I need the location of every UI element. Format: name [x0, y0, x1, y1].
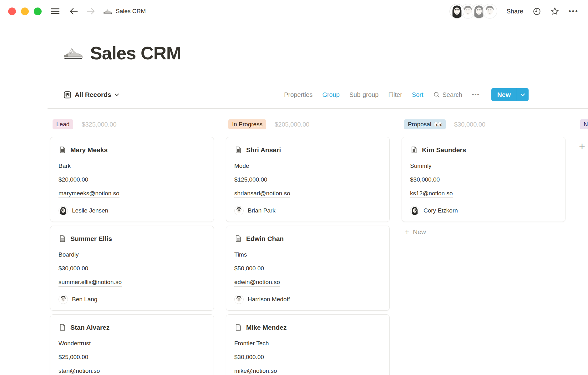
- window-titlebar: Sales CRM Share •: [0, 0, 588, 22]
- page-doc-icon: [58, 235, 66, 242]
- company-value: Frontier Tech: [234, 340, 381, 347]
- toolbar-item-group[interactable]: Group: [322, 91, 340, 98]
- card-name: Mary Meeks: [70, 146, 108, 154]
- record-card[interactable]: Stan Alvarez Wondertrust $25,000.00 stan…: [50, 314, 214, 375]
- toolbar-item-sort[interactable]: Sort: [412, 91, 423, 98]
- page-doc-icon: [234, 323, 242, 331]
- view-switcher[interactable]: All Records: [63, 91, 119, 99]
- column-header: In Progress $205,000.00: [226, 118, 390, 130]
- close-window-button[interactable]: [8, 8, 16, 15]
- collaborator-avatars[interactable]: [449, 4, 497, 19]
- email-link[interactable]: edwin@notion.so: [234, 278, 280, 287]
- owner-avatar: [410, 206, 419, 215]
- card-name: Mike Mendez: [246, 324, 287, 331]
- add-card-button[interactable]: + New: [405, 228, 565, 236]
- amount-value: $30,000.00: [58, 265, 205, 272]
- page-icon-sneaker[interactable]: [63, 46, 83, 60]
- sidebar-menu-icon[interactable]: [51, 8, 60, 15]
- column-total: $325,000.00: [82, 121, 116, 128]
- email-link[interactable]: shriansari@notion.so: [234, 190, 290, 198]
- page-doc-icon: [58, 146, 66, 154]
- owner-name: Leslie Jensen: [72, 207, 108, 214]
- email-link[interactable]: ks12@notion.so: [410, 190, 453, 198]
- card-name: Summer Ellis: [70, 235, 112, 242]
- status-label: Proposal: [408, 121, 431, 128]
- collaborator-avatar: [482, 4, 497, 19]
- status-badge: In Progress: [228, 119, 266, 129]
- column-total: $30,000.00: [454, 121, 485, 128]
- favorite-star-icon[interactable]: [550, 7, 559, 16]
- search-icon: [433, 91, 440, 98]
- board-column-partial: N: [577, 118, 588, 375]
- email-link[interactable]: marymeeks@notion.so: [58, 190, 119, 198]
- page-title[interactable]: Sales CRM: [90, 42, 181, 63]
- amount-value: $20,000.00: [58, 176, 205, 183]
- page-doc-icon: [58, 323, 66, 331]
- toolbar-item-subgroup[interactable]: Sub-group: [349, 91, 378, 98]
- zoom-window-button[interactable]: [34, 8, 42, 15]
- search-label: Search: [443, 91, 462, 98]
- owner-avatar: [58, 206, 68, 215]
- company-value: Wondertrust: [58, 340, 205, 347]
- breadcrumb-label: Sales CRM: [116, 8, 146, 15]
- page-doc-icon: [234, 146, 242, 154]
- record-card[interactable]: Edwin Chan Tims $50,000.00 edwin@notion.…: [226, 226, 390, 311]
- board-view-icon: [63, 91, 72, 99]
- owner-avatar: [234, 295, 244, 304]
- search-button[interactable]: Search: [433, 91, 462, 98]
- record-card[interactable]: Mike Mendez Frontier Tech $30,000.00 mik…: [226, 314, 390, 375]
- kanban-board: Lead $325,000.00 Mary Meeks Bark $20,000…: [50, 118, 588, 375]
- owner-avatar: [58, 295, 68, 304]
- company-value: Bark: [58, 162, 205, 169]
- toolbar-divider: [48, 108, 588, 109]
- add-card-label: New: [413, 228, 426, 236]
- email-link[interactable]: mike@notion.so: [234, 367, 277, 375]
- sneaker-icon: [103, 8, 112, 15]
- eyes-emoji-icon: [434, 122, 442, 127]
- new-record-button[interactable]: New: [491, 88, 529, 101]
- new-button-chevron-icon[interactable]: [517, 88, 529, 101]
- minimize-window-button[interactable]: [21, 8, 29, 15]
- status-badge: N: [580, 119, 588, 129]
- amount-value: $125,000.00: [234, 176, 381, 183]
- toolbar-item-properties[interactable]: Properties: [284, 91, 312, 98]
- record-card[interactable]: Kim Saunders Summly $30,000.00 ks12@noti…: [402, 137, 565, 222]
- owner-name: Cory Etzkorn: [423, 207, 458, 214]
- status-badge: Proposal: [404, 119, 446, 129]
- view-name-label: All Records: [75, 91, 111, 98]
- record-card[interactable]: Shri Ansari Mode $125,000.00 shriansari@…: [226, 137, 390, 222]
- owner-name: Brian Park: [248, 207, 276, 214]
- record-card[interactable]: Summer Ellis Boardly $30,000.00 summer.e…: [50, 226, 214, 311]
- more-options-icon[interactable]: •••: [569, 7, 579, 15]
- card-name: Edwin Chan: [246, 235, 284, 242]
- column-header: N: [577, 118, 588, 130]
- forward-arrow-icon[interactable]: [86, 7, 95, 15]
- company-value: Summly: [410, 162, 557, 169]
- back-arrow-icon[interactable]: [69, 7, 79, 15]
- email-link[interactable]: stan@notion.so: [58, 367, 100, 375]
- record-card[interactable]: Mary Meeks Bark $20,000.00 marymeeks@not…: [50, 137, 214, 222]
- owner-avatar: [234, 206, 244, 215]
- amount-value: $30,000.00: [410, 176, 557, 183]
- card-name: Kim Saunders: [422, 146, 466, 154]
- page-doc-icon: [410, 146, 418, 154]
- card-name: Shri Ansari: [246, 146, 281, 154]
- share-button[interactable]: Share: [507, 8, 523, 15]
- view-more-icon[interactable]: •••: [472, 92, 480, 98]
- owner-name: Harrison Medoff: [248, 296, 290, 303]
- column-total: $205,000.00: [275, 121, 309, 128]
- traffic-lights: [8, 8, 42, 15]
- toolbar-item-filter[interactable]: Filter: [388, 91, 402, 98]
- updates-clock-icon[interactable]: [533, 7, 541, 16]
- owner-name: Ben Lang: [72, 296, 97, 303]
- company-value: Tims: [234, 251, 381, 258]
- email-link[interactable]: summer.ellis@notion.so: [58, 278, 122, 287]
- board-column-proposal: Proposal $30,000.00 Kim Saunders Summly …: [402, 118, 565, 375]
- card-name: Stan Alvarez: [70, 324, 109, 331]
- amount-value: $50,000.00: [234, 265, 381, 272]
- add-card-plus-icon[interactable]: +: [579, 141, 585, 151]
- column-header: Lead $325,000.00: [50, 118, 214, 130]
- new-button-label[interactable]: New: [491, 88, 517, 101]
- collaborator-avatar: [449, 4, 464, 19]
- breadcrumb[interactable]: Sales CRM: [103, 8, 146, 15]
